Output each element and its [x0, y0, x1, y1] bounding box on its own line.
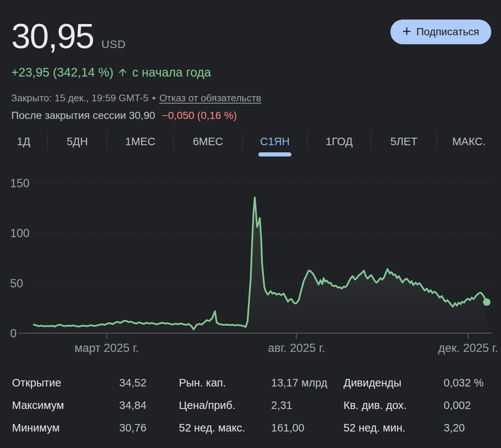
y-axis-label: 150: [10, 177, 30, 190]
stat-row-52wk-low: 52 нед. мин.3,20: [344, 416, 501, 439]
stat-row-high: Максимум34,84: [12, 394, 179, 416]
tab-6m[interactable]: 6МЕС: [174, 132, 243, 151]
stat-row-dividend: Дивиденды0,032 %: [344, 371, 501, 394]
subscribe-label: Подписаться: [416, 26, 479, 38]
tab-1m[interactable]: 1МЕС: [107, 132, 174, 151]
market-status-line: Закрыто: 15 дек., 19:59 GMT-5•Отказ от о…: [11, 92, 261, 104]
tab-1d[interactable]: 1Д: [0, 132, 48, 151]
tab-max[interactable]: МАКС.: [437, 132, 501, 151]
active-tab-underline: [258, 152, 291, 156]
disclaimer-link[interactable]: Отказ от обязательств: [159, 92, 261, 104]
price-chart[interactable]: 050100150март 2025 г.авг. 2025 г.дек. 20…: [0, 165, 501, 360]
stat-row-mktcap: Рын. кап.13,17 млрд: [179, 371, 344, 394]
stat-row-pe: Цена/приб.2,31: [179, 394, 344, 416]
arrow-up-icon: [117, 67, 128, 78]
stats-column-3: Дивиденды0,032 % Кв. див. дох.0,002 52 н…: [344, 371, 501, 439]
stat-row-qtr-div-yield: Кв. див. дох.0,002: [344, 394, 501, 416]
price-header: 30,95 USD: [11, 19, 126, 53]
stat-row-52wk-high: 52 нед. макс.161,00: [179, 416, 344, 439]
currency-label: USD: [101, 38, 126, 51]
stat-row-low: Минимум30,76: [12, 416, 179, 439]
stock-quote-page: 30,95 USD + Подписаться +23,95 (342,14 %…: [0, 0, 501, 448]
stats-column-2: Рын. кап.13,17 млрд Цена/приб.2,31 52 не…: [179, 371, 344, 439]
bullet-separator: •: [152, 92, 156, 104]
x-axis-label: авг. 2025 г.: [268, 341, 325, 355]
plus-icon: +: [402, 24, 411, 39]
tab-5d[interactable]: 5ДН: [48, 132, 107, 151]
current-price: 30,95: [11, 19, 94, 53]
latest-price-dot: [483, 298, 490, 306]
after-hours-change: −0,050 (0,16 %): [162, 110, 237, 121]
subscribe-button[interactable]: + Подписаться: [390, 20, 491, 44]
x-axis-label: март 2025 г.: [75, 341, 139, 355]
y-axis-label: 100: [10, 227, 30, 240]
change-value: +23,95 (342,14 %): [11, 65, 113, 80]
tab-1y[interactable]: 1ГОД: [308, 132, 371, 151]
change-period-label: с начала года: [132, 65, 211, 80]
stats-column-1: Открытие34,52 Максимум34,84 Минимум30,76: [12, 371, 179, 439]
y-axis-label: 50: [10, 277, 23, 290]
key-stats-table: Открытие34,52 Максимум34,84 Минимум30,76…: [12, 371, 501, 439]
after-hours-line: После закрытия сессии 30,90 −0,050 (0,16…: [11, 110, 237, 122]
price-change-line: +23,95 (342,14 %) с начала года: [11, 65, 211, 80]
x-axis-label: дек. 2025 г.: [438, 341, 498, 355]
range-tab-bar: 1Д 5ДН 1МЕС 6МЕС С1ЯН 1ГОД 5ЛЕТ МАКС.: [0, 132, 501, 157]
after-hours-price: После закрытия сессии 30,90: [11, 110, 155, 121]
tab-ytd[interactable]: С1ЯН: [243, 132, 308, 151]
tab-5y[interactable]: 5ЛЕТ: [371, 132, 437, 151]
stat-row-open: Открытие34,52: [12, 371, 179, 394]
y-axis-label: 0: [10, 327, 16, 340]
closed-status: Закрыто: 15 дек., 19:59 GMT-5: [11, 92, 148, 104]
